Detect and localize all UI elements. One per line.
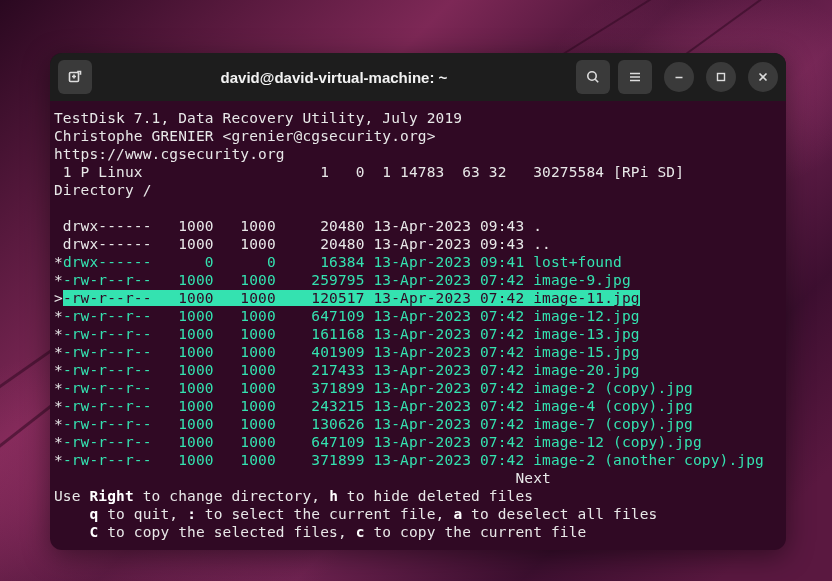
next-indicator: Next (52, 469, 784, 487)
file-row[interactable]: *-rw-r--r-- 1000 1000 259795 13-Apr-2023… (52, 271, 784, 289)
maximize-button[interactable] (706, 62, 736, 92)
search-button[interactable] (576, 60, 610, 94)
file-row[interactable]: >-rw-r--r-- 1000 1000 120517 13-Apr-2023… (52, 289, 784, 307)
file-row[interactable]: *-rw-r--r-- 1000 1000 401909 13-Apr-2023… (52, 343, 784, 361)
file-row[interactable]: *-rw-r--r-- 1000 1000 371899 13-Apr-2023… (52, 451, 784, 469)
header-line: https://www.cgsecurity.org (52, 145, 784, 163)
help-line: Use Right to change directory, h to hide… (52, 487, 784, 505)
close-button[interactable] (748, 62, 778, 92)
menu-button[interactable] (618, 60, 652, 94)
terminal-window: david@david-virtual-machine: ~ TestDisk … (50, 53, 786, 550)
file-row[interactable]: *-rw-r--r-- 1000 1000 130626 13-Apr-2023… (52, 415, 784, 433)
file-row[interactable]: *-rw-r--r-- 1000 1000 161168 13-Apr-2023… (52, 325, 784, 343)
minimize-button[interactable] (664, 62, 694, 92)
help-line: q to quit, : to select the current file,… (52, 505, 784, 523)
window-title: david@david-virtual-machine: ~ (100, 69, 568, 86)
svg-rect-2 (718, 74, 725, 81)
titlebar: david@david-virtual-machine: ~ (50, 53, 786, 101)
file-row[interactable]: drwx------ 1000 1000 20480 13-Apr-2023 0… (52, 217, 784, 235)
file-row[interactable]: *drwx------ 0 0 16384 13-Apr-2023 09:41 … (52, 253, 784, 271)
file-row[interactable]: *-rw-r--r-- 1000 1000 647109 13-Apr-2023… (52, 433, 784, 451)
file-row[interactable]: *-rw-r--r-- 1000 1000 371899 13-Apr-2023… (52, 379, 784, 397)
terminal-content[interactable]: TestDisk 7.1, Data Recovery Utility, Jul… (50, 101, 786, 549)
new-tab-button[interactable] (58, 60, 92, 94)
svg-point-1 (588, 72, 596, 80)
file-row[interactable]: *-rw-r--r-- 1000 1000 243215 13-Apr-2023… (52, 397, 784, 415)
directory-line: Directory / (52, 181, 784, 199)
header-line: TestDisk 7.1, Data Recovery Utility, Jul… (52, 109, 784, 127)
header-line: Christophe GRENIER <grenier@cgsecurity.o… (52, 127, 784, 145)
file-row[interactable]: *-rw-r--r-- 1000 1000 217433 13-Apr-2023… (52, 361, 784, 379)
file-row[interactable]: drwx------ 1000 1000 20480 13-Apr-2023 0… (52, 235, 784, 253)
file-row[interactable]: *-rw-r--r-- 1000 1000 647109 13-Apr-2023… (52, 307, 784, 325)
help-line: C to copy the selected files, c to copy … (52, 523, 784, 541)
partition-line: 1 P Linux 1 0 1 14783 63 32 30275584 [RP… (52, 163, 784, 181)
